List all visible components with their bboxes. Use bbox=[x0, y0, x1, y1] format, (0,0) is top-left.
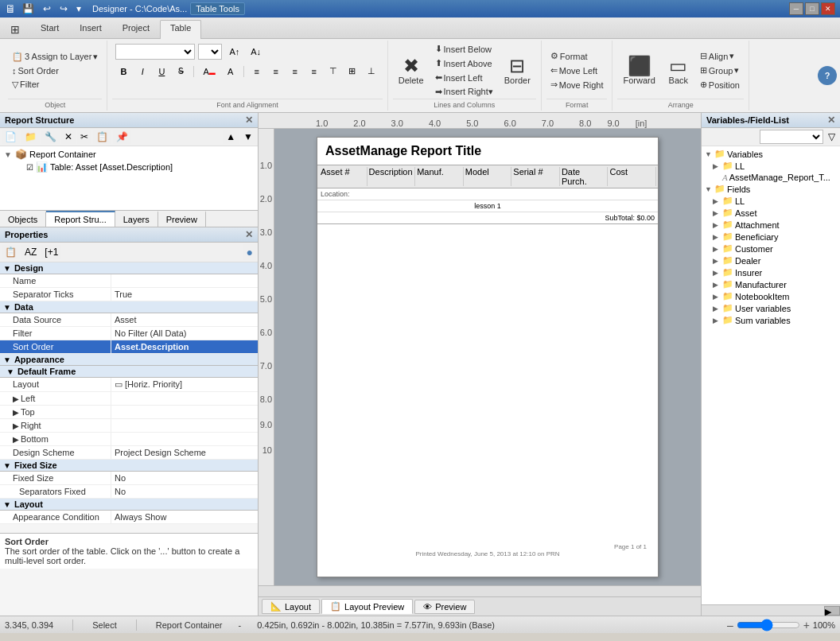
bottom-expand[interactable]: ▶ bbox=[13, 435, 19, 444]
field-attachment-expand[interactable]: ▶ bbox=[713, 221, 721, 229]
quick-menu[interactable]: ▾ bbox=[73, 2, 84, 16]
align-center-button[interactable]: ≡ bbox=[268, 65, 284, 78]
ft-variables-section[interactable]: ▼ 📁 Variables bbox=[703, 148, 838, 160]
italic-button[interactable]: I bbox=[134, 65, 150, 78]
expand-icon[interactable]: ▼ bbox=[3, 150, 13, 159]
ft-fields-section[interactable]: ▼ 📁 Fields bbox=[703, 183, 838, 195]
ft-field-dealer[interactable]: ▶ 📁 Dealer bbox=[703, 254, 838, 266]
back-button[interactable]: ▭ Back bbox=[663, 53, 694, 88]
align-middle-button[interactable]: ⊞ bbox=[344, 64, 360, 78]
highlight-button[interactable]: A bbox=[223, 65, 239, 78]
scroll-right-btn[interactable]: ▶ bbox=[824, 606, 840, 616]
prop-value-left[interactable] bbox=[111, 392, 258, 405]
font-family-select[interactable] bbox=[115, 44, 195, 60]
minimize-button[interactable]: ─ bbox=[789, 2, 803, 15]
appearance-expand[interactable]: ▼ bbox=[3, 355, 11, 364]
ft-field-customer[interactable]: ▶ 📁 Customer bbox=[703, 243, 838, 254]
align-right-button[interactable]: ≡ bbox=[287, 65, 303, 78]
design-expand[interactable]: ▼ bbox=[3, 264, 11, 273]
rs-delete-button[interactable]: ✕ bbox=[61, 130, 76, 144]
font-decrease-button[interactable]: A↓ bbox=[247, 45, 265, 58]
ft-sum-variables[interactable]: ▶ 📁 Sum variables bbox=[703, 314, 838, 326]
props-btn-right[interactable]: ● bbox=[243, 244, 256, 260]
prop-value-separator[interactable]: True bbox=[111, 288, 258, 301]
maximize-button[interactable]: □ bbox=[805, 2, 819, 15]
prop-value-fixed-size[interactable]: No bbox=[111, 472, 258, 484]
report-structure-close[interactable]: ✕ bbox=[245, 115, 253, 126]
delete-button[interactable]: ✖ Delete bbox=[393, 53, 430, 88]
group-button[interactable]: ⊞ Group ▾ bbox=[696, 64, 744, 77]
prop-value-layout[interactable]: ▭ [Horiz. Priority] bbox=[111, 378, 258, 391]
prop-value-right[interactable] bbox=[111, 419, 258, 432]
tab-preview[interactable]: Preview bbox=[158, 211, 206, 227]
field-ll-expand[interactable]: ▶ bbox=[713, 197, 721, 205]
zoom-slider[interactable] bbox=[737, 619, 800, 631]
assign-to-layer-button[interactable]: 📋 3 Assign to Layer ▾ bbox=[8, 50, 102, 64]
checkbox[interactable]: ☑ bbox=[26, 163, 33, 172]
default-frame-expand[interactable]: ▼ bbox=[6, 367, 14, 376]
move-left-button[interactable]: ⇐ Move Left bbox=[546, 64, 608, 77]
horizontal-scrollbar[interactable] bbox=[259, 585, 701, 596]
tab-insert[interactable]: Insert bbox=[69, 20, 112, 38]
report-page[interactable]: AssetManage Report Title Asset # Descrip… bbox=[317, 137, 659, 577]
align-left-button[interactable]: ≡ bbox=[249, 65, 265, 78]
rs-cut-button[interactable]: ✂ bbox=[77, 130, 91, 144]
field-bene-expand[interactable]: ▶ bbox=[713, 233, 721, 241]
field-customer-expand[interactable]: ▶ bbox=[713, 245, 721, 253]
canvas-tab-layout[interactable]: 📐 Layout bbox=[262, 599, 320, 614]
ft-field-insurer[interactable]: ▶ 📁 Insurer bbox=[703, 266, 838, 278]
prop-value-filter[interactable]: No Filter (All Data) bbox=[111, 327, 258, 340]
fields-expand[interactable]: ▼ bbox=[705, 185, 713, 193]
fixed-size-expand[interactable]: ▼ bbox=[3, 461, 11, 470]
ft-field-ll[interactable]: ▶ 📁 LL bbox=[703, 195, 838, 207]
tree-item-report-container[interactable]: ▼ 📦 Report Container bbox=[2, 148, 256, 161]
insert-above-button[interactable]: ⬆ Insert Above bbox=[431, 56, 497, 70]
close-button[interactable]: ✕ bbox=[821, 2, 835, 15]
ft-user-variables[interactable]: ▶ 📁 User variables bbox=[703, 302, 838, 314]
field-list-filter-select[interactable] bbox=[760, 130, 823, 144]
tab-objects[interactable]: Objects bbox=[0, 211, 46, 227]
rs-new-button[interactable]: 📄 bbox=[2, 130, 20, 144]
prop-row-sort-order[interactable]: Sort Order Asset.Description bbox=[0, 340, 258, 354]
field-uv-expand[interactable]: ▶ bbox=[713, 305, 721, 313]
forward-button[interactable]: ⬛ Forward bbox=[617, 53, 660, 88]
field-insurer-expand[interactable]: ▶ bbox=[713, 269, 721, 277]
field-sv-expand[interactable]: ▶ bbox=[713, 317, 721, 324]
canvas-tab-preview[interactable]: 👁 Preview bbox=[414, 600, 475, 614]
align-justify-button[interactable]: ≡ bbox=[306, 65, 322, 78]
prop-value-design-scheme[interactable]: Project Design Scheme bbox=[111, 446, 258, 459]
quick-redo[interactable]: ↪ bbox=[56, 2, 71, 16]
canvas-tab-layout-preview[interactable]: 📋 Layout Preview bbox=[321, 599, 413, 614]
align-bottom-button[interactable]: ⊥ bbox=[364, 64, 379, 78]
filter-button[interactable]: ▽ Filter bbox=[8, 78, 102, 91]
right-expand[interactable]: ▶ bbox=[13, 422, 19, 430]
prop-value-bottom[interactable] bbox=[111, 433, 258, 445]
field-list-close[interactable]: ✕ bbox=[827, 115, 835, 126]
rs-down-button[interactable]: ▼ bbox=[240, 130, 256, 144]
help-button[interactable]: ? bbox=[818, 66, 837, 85]
align-button[interactable]: ⊟ Align ▾ bbox=[696, 49, 744, 63]
font-color-button[interactable]: A▬ bbox=[199, 65, 219, 78]
quick-undo[interactable]: ↩ bbox=[40, 2, 54, 16]
rs-copy-button[interactable]: 📋 bbox=[93, 130, 111, 144]
left-expand[interactable]: ▶ bbox=[13, 394, 19, 403]
layout-expand[interactable]: ▼ bbox=[3, 500, 11, 509]
props-btn3[interactable]: [+1 bbox=[41, 245, 61, 259]
field-notebook-expand[interactable]: ▶ bbox=[713, 293, 721, 301]
sort-order-button[interactable]: ↕ Sort Order bbox=[8, 64, 102, 77]
zoom-in-button[interactable]: + bbox=[803, 619, 810, 631]
prop-value-top[interactable] bbox=[111, 406, 258, 418]
rs-up-button[interactable]: ▲ bbox=[223, 130, 239, 144]
canvas-content[interactable]: AssetManage Report Title Asset # Descrip… bbox=[274, 129, 701, 585]
field-mfr-expand[interactable]: ▶ bbox=[713, 281, 721, 289]
zoom-out-button[interactable]: – bbox=[727, 619, 733, 631]
insert-left-button[interactable]: ⬅ Insert Left bbox=[431, 71, 497, 84]
quick-save[interactable]: 💾 bbox=[19, 2, 37, 16]
field-list-filter-btn[interactable]: ▽ bbox=[825, 130, 838, 144]
ft-field-asset[interactable]: ▶ 📁 Asset bbox=[703, 207, 838, 219]
ft-assetmanage-var[interactable]: A AssetManage_Report_T... bbox=[703, 172, 838, 183]
right-panel-hscroll[interactable]: ▶ bbox=[702, 604, 840, 616]
field-asset-expand[interactable]: ▶ bbox=[713, 209, 721, 217]
properties-close[interactable]: ✕ bbox=[245, 229, 253, 240]
underline-button[interactable]: U bbox=[154, 65, 169, 78]
